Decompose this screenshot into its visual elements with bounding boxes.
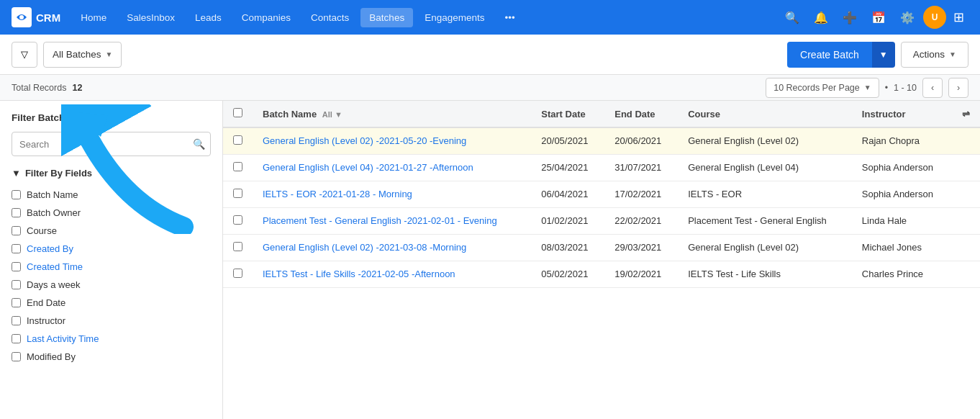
batches-table: Batch Name All ▼ Start Date End Date Cou… — [223, 101, 980, 288]
course-header[interactable]: Course — [678, 101, 852, 127]
nav-more[interactable]: ••• — [496, 8, 523, 27]
nav-icons: 🔍 🔔 ➕ 📅 ⚙️ U ⊞ — [779, 4, 968, 30]
batch-name-filter-icon[interactable]: All ▼ — [322, 110, 342, 119]
nav-contacts[interactable]: Contacts — [302, 8, 358, 27]
last-activity-checkbox[interactable] — [12, 334, 21, 343]
filter-field-batch-owner[interactable]: Batch Owner — [12, 204, 211, 222]
filter-field-instructor[interactable]: Instructor — [12, 312, 211, 330]
row-start-date: 06/04/2021 — [531, 181, 604, 208]
grid-menu-button[interactable]: ⊞ — [949, 5, 968, 30]
nav-leads[interactable]: Leads — [186, 8, 230, 27]
row-checkbox[interactable] — [233, 242, 242, 251]
data-table-container: Batch Name All ▼ Start Date End Date Cou… — [223, 101, 980, 419]
nav-companies[interactable]: Companies — [233, 8, 299, 27]
filter-field-course[interactable]: Course — [12, 222, 211, 240]
column-settings-icon[interactable]: ⇌ — [962, 109, 970, 120]
add-button[interactable]: ➕ — [837, 4, 863, 30]
row-end-date: 31/07/2021 — [604, 155, 678, 181]
filter-field-last-activity[interactable]: Last Activity Time — [12, 330, 211, 348]
filter-field-created-time[interactable]: Created Time — [12, 258, 211, 276]
table-row: General English (Level 04) -2021-01-27 -… — [223, 155, 980, 181]
created-time-checkbox[interactable] — [12, 262, 21, 271]
nav-home[interactable]: Home — [72, 8, 115, 27]
nav-engagements[interactable]: Engagements — [416, 8, 493, 27]
row-checkbox-cell[interactable] — [223, 235, 253, 261]
batch-name-link[interactable]: IELTS Test - Life Skills -2021-02-05 -Af… — [263, 269, 455, 279]
app-logo[interactable]: CRM — [12, 7, 60, 27]
search-input[interactable] — [12, 132, 211, 156]
row-course: General English (Level 02) — [678, 235, 852, 261]
select-all-checkbox[interactable] — [233, 108, 242, 117]
row-course: IELTS Test - Life Skills — [678, 261, 852, 288]
all-batches-dropdown[interactable]: All Batches ▼ — [43, 42, 122, 68]
notifications-button[interactable]: 🔔 — [808, 4, 834, 30]
column-settings-header[interactable]: ⇌ — [952, 101, 980, 127]
records-per-page-dropdown[interactable]: 10 Records Per Page ▼ — [766, 78, 879, 98]
row-checkbox[interactable] — [233, 269, 242, 278]
filter-button[interactable]: ▽ — [12, 42, 37, 68]
row-checkbox[interactable] — [233, 189, 242, 198]
calendar-button[interactable]: 📅 — [866, 4, 891, 30]
previous-page-button[interactable]: ‹ — [922, 78, 943, 98]
filter-by-fields-toggle[interactable]: ▼ Filter By Fields — [12, 168, 211, 179]
filter-field-created-by[interactable]: Created By — [12, 240, 211, 258]
nav-salesinbox[interactable]: SalesInbox — [118, 8, 183, 27]
logo-icon — [12, 7, 32, 27]
table-row: IELTS - EOR -2021-01-28 - Morning 06/04/… — [223, 181, 980, 208]
row-checkbox-cell[interactable] — [223, 127, 253, 155]
filter-field-modified-by[interactable]: Modified By — [12, 348, 211, 366]
batch-name-link[interactable]: General English (Level 02) -2021-03-08 -… — [263, 242, 466, 253]
row-end-date: 17/02/2021 — [604, 181, 678, 208]
start-date-header[interactable]: Start Date — [531, 101, 604, 127]
filter-field-end-date[interactable]: End Date — [12, 294, 211, 312]
row-checkbox[interactable] — [233, 135, 242, 145]
instructor-label: Instructor — [27, 315, 65, 326]
batch-name-link[interactable]: General English (Level 02) -2021-05-20 -… — [263, 135, 466, 146]
create-batch-button[interactable]: Create Batch — [787, 42, 872, 68]
modified-by-checkbox[interactable] — [12, 352, 21, 361]
row-end-date: 29/03/2021 — [604, 235, 678, 261]
row-end-date: 19/02/2021 — [604, 261, 678, 288]
days-a-week-checkbox[interactable] — [12, 280, 21, 289]
nav-batches[interactable]: Batches — [360, 8, 413, 27]
instructor-header[interactable]: Instructor — [852, 101, 952, 127]
batch-name-link[interactable]: Placement Test - General English -2021-0… — [263, 215, 497, 226]
batch-name-checkbox[interactable] — [12, 190, 21, 199]
batch-name-link[interactable]: General English (Level 04) -2021-01-27 -… — [263, 162, 473, 173]
create-batch-dropdown-button[interactable]: ▼ — [872, 42, 895, 68]
course-label: Course — [27, 225, 57, 236]
created-by-checkbox[interactable] — [12, 244, 21, 253]
row-course: General English (Level 04) — [678, 155, 852, 181]
row-checkbox-cell[interactable] — [223, 181, 253, 208]
filter-fields-list: Batch Name Batch Owner Course Created By… — [12, 186, 211, 366]
row-checkbox[interactable] — [233, 162, 242, 171]
next-page-button[interactable]: › — [948, 78, 968, 98]
svg-point-0 — [19, 15, 24, 19]
row-checkbox[interactable] — [233, 215, 242, 225]
end-date-header[interactable]: End Date — [604, 101, 678, 127]
filter-field-batch-name[interactable]: Batch Name — [12, 186, 211, 204]
batch-name-link[interactable]: IELTS - EOR -2021-01-28 - Morning — [263, 189, 412, 199]
filter-icon: ▽ — [21, 49, 28, 60]
row-checkbox-cell[interactable] — [223, 261, 253, 288]
row-checkbox-cell[interactable] — [223, 208, 253, 235]
end-date-checkbox[interactable] — [12, 298, 21, 307]
row-batch-name: Placement Test - General English -2021-0… — [253, 208, 531, 235]
batch-owner-checkbox[interactable] — [12, 208, 21, 217]
actions-button[interactable]: Actions ▼ — [901, 42, 968, 68]
row-checkbox-cell[interactable] — [223, 155, 253, 181]
search-nav-button[interactable]: 🔍 — [779, 4, 805, 30]
instructor-checkbox[interactable] — [12, 316, 21, 325]
user-avatar[interactable]: U — [923, 6, 946, 29]
settings-button[interactable]: ⚙️ — [894, 4, 920, 30]
row-course: General English (Level 02) — [678, 127, 852, 155]
course-checkbox[interactable] — [12, 226, 21, 235]
all-batches-arrow-icon: ▼ — [106, 50, 113, 58]
search-icon[interactable]: 🔍 — [193, 138, 205, 150]
row-actions-cell — [952, 181, 980, 208]
row-start-date: 20/05/2021 — [531, 127, 604, 155]
batch-name-col-label: Batch Name — [263, 109, 317, 120]
batch-name-header[interactable]: Batch Name All ▼ — [253, 101, 531, 127]
pagination: • 1 - 10 ‹ › — [885, 78, 968, 98]
filter-field-days-a-week[interactable]: Days a week — [12, 276, 211, 294]
